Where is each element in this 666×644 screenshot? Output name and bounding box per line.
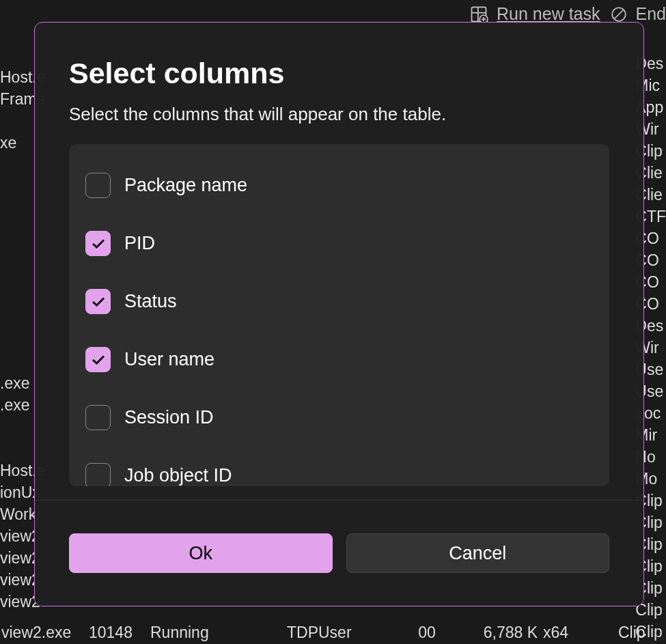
checkbox[interactable] — [85, 347, 111, 372]
cell-name: view2.exe — [0, 624, 89, 642]
cell-mem: 6,788 K — [444, 624, 543, 642]
cell-pid: 10148 — [89, 624, 150, 642]
cancel-button[interactable]: Cancel — [346, 533, 610, 573]
run-task-icon — [469, 5, 488, 24]
option-row[interactable]: Job object ID — [76, 447, 602, 486]
columns-options-panel: Package namePIDStatusUser nameSession ID… — [69, 144, 609, 486]
svg-line-7 — [614, 10, 623, 18]
option-label: Session ID — [124, 407, 214, 428]
option-row[interactable]: Session ID — [76, 389, 602, 447]
cell-session: 00 — [410, 624, 444, 642]
option-label: Job object ID — [124, 465, 232, 486]
checkbox[interactable] — [85, 231, 111, 256]
checkbox[interactable] — [85, 289, 111, 314]
cancel-icon — [610, 5, 628, 23]
cell-status: Running — [150, 624, 287, 642]
checkbox[interactable] — [85, 405, 111, 430]
select-columns-dialog: Select columns Select the columns that w… — [34, 22, 644, 606]
option-label: Package name — [124, 175, 247, 196]
option-label: Status — [124, 291, 177, 312]
option-row[interactable]: PID — [76, 214, 602, 272]
option-label: User name — [124, 349, 214, 370]
check-icon — [92, 355, 105, 365]
cell-arch: x64 — [543, 624, 618, 642]
option-label: PID — [124, 233, 155, 254]
cell-user: TDPUser — [287, 624, 410, 642]
dialog-subtitle: Select the columns that will appear on t… — [69, 104, 609, 125]
check-icon — [92, 297, 105, 307]
option-row[interactable]: User name — [76, 331, 602, 389]
option-row[interactable]: Status — [76, 272, 602, 331]
check-icon — [92, 239, 105, 249]
dialog-title: Select columns — [69, 57, 609, 90]
end-task-label: End — [636, 4, 666, 24]
option-row[interactable]: Package name — [76, 156, 602, 214]
table-row[interactable]: view2.exe10148RunningTDPUser006,788 Kx64… — [0, 621, 666, 644]
checkbox[interactable] — [85, 463, 111, 486]
run-new-task-label: Run new task — [497, 4, 600, 24]
ok-button[interactable]: Ok — [69, 533, 333, 573]
checkbox[interactable] — [85, 173, 111, 198]
background-bottom-rows: view2.exe10148RunningTDPUser006,788 Kx64… — [0, 621, 666, 644]
end-task-button[interactable]: End — [610, 4, 666, 24]
run-new-task-button[interactable]: Run new task — [469, 4, 600, 24]
cell-desc: Clip — [618, 624, 646, 642]
dialog-footer: Ok Cancel — [35, 500, 643, 606]
